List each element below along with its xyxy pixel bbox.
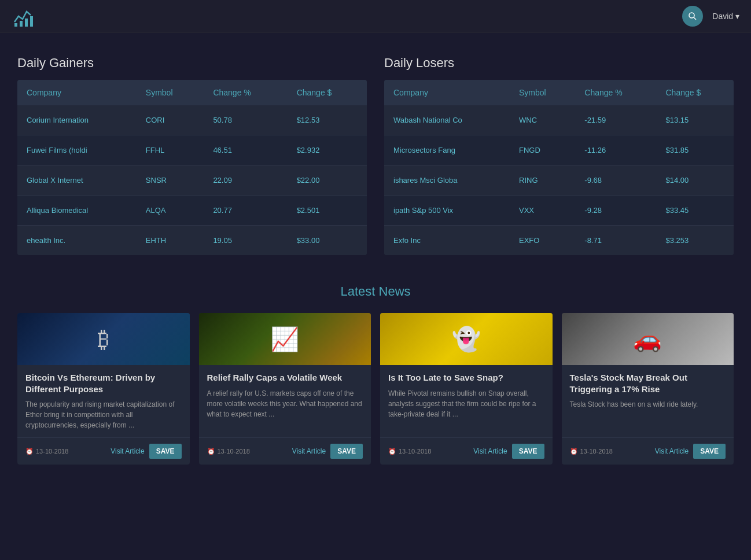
news-footer: ⏰ 13-10-2018 Visit Article SAVE [199, 437, 371, 465]
svg-rect-3 [25, 19, 28, 27]
cell-symbol: FNGD [510, 135, 575, 165]
news-image: 👻 [380, 313, 553, 365]
gainers-header-row: Company Symbol Change % Change $ [17, 80, 367, 105]
main-content: Daily Gainers Company Symbol Change % Ch… [0, 32, 751, 482]
cell-symbol: EXFO [510, 226, 575, 256]
cell-symbol: EHTH [137, 226, 204, 256]
news-body: Bitcoin Vs Ethereum: Driven by Different… [17, 365, 190, 437]
news-date: ⏰ 13-10-2018 [570, 448, 650, 455]
cell-company: Fuwei Films (holdi [17, 135, 137, 165]
table-row: Fuwei Films (holdi FFHL 46.51 $2.932 [17, 135, 367, 165]
losers-col-company: Company [384, 80, 510, 105]
visit-article-link[interactable]: Visit Article [292, 447, 326, 455]
visit-article-link[interactable]: Visit Article [111, 447, 144, 455]
svg-rect-4 [30, 16, 33, 27]
daily-losers-section: Daily Losers Company Symbol Change % Cha… [384, 56, 734, 255]
daily-losers-title: Daily Losers [384, 56, 734, 71]
header-right: David ▾ [682, 6, 739, 27]
cell-symbol: SNSR [137, 165, 204, 196]
news-snippet: A relief rally for U.S. markets caps off… [207, 388, 363, 431]
news-headline: Tesla's Stock May Break Out Triggering a… [570, 372, 726, 395]
gainers-col-symbol: Symbol [137, 80, 204, 105]
cell-symbol: ALQA [137, 196, 204, 226]
table-row: ishares Msci Globa RING -9.68 $14.00 [384, 165, 734, 196]
losers-col-changepct: Change % [575, 80, 656, 105]
cell-changedollar: $12.53 [288, 105, 367, 135]
cell-company: Corium Internation [17, 105, 137, 135]
save-button[interactable]: SAVE [512, 444, 544, 459]
news-snippet: The popularity and rising market capital… [25, 399, 182, 430]
cell-changepct: 22.09 [204, 165, 287, 196]
news-grid: ₿ Bitcoin Vs Ethereum: Driven by Differe… [17, 313, 734, 465]
news-footer: ⏰ 13-10-2018 Visit Article SAVE [562, 437, 734, 465]
table-row: Microsectors Fang FNGD -11.26 $31.85 [384, 135, 734, 165]
table-row: Corium Internation CORI 50.78 $12.53 [17, 105, 367, 135]
daily-losers-table: Company Symbol Change % Change $ Wabash … [384, 80, 734, 255]
svg-line-6 [694, 17, 696, 20]
search-button[interactable] [682, 6, 703, 27]
daily-gainers-title: Daily Gainers [17, 56, 367, 71]
cell-company: Exfo Inc [384, 226, 510, 256]
svg-rect-1 [14, 23, 17, 27]
save-button[interactable]: SAVE [149, 444, 182, 459]
svg-point-5 [689, 13, 694, 18]
cell-changepct: 46.51 [204, 135, 287, 165]
cell-symbol: CORI [137, 105, 204, 135]
news-headline: Bitcoin Vs Ethereum: Driven by Different… [25, 372, 182, 395]
cell-changepct: -11.26 [575, 135, 656, 165]
clock-icon: ⏰ [25, 448, 34, 455]
news-footer: ⏰ 13-10-2018 Visit Article SAVE [380, 437, 553, 465]
cell-company: ipath S&p 500 Vix [384, 196, 510, 226]
svg-rect-2 [20, 21, 23, 27]
clock-icon: ⏰ [388, 448, 396, 455]
news-card: 👻 Is It Too Late to Save Snap? While Piv… [380, 313, 553, 465]
save-button[interactable]: SAVE [693, 444, 726, 459]
cell-changedollar: $31.85 [657, 135, 734, 165]
cell-changepct: 19.05 [204, 226, 287, 256]
cell-symbol: WNC [510, 105, 575, 135]
cell-changepct: -21.59 [575, 105, 656, 135]
news-section: Latest News ₿ Bitcoin Vs Ethereum: Drive… [17, 284, 734, 465]
cell-company: ishares Msci Globa [384, 165, 510, 196]
news-body: Relief Rally Caps a Volatile Week A reli… [199, 365, 371, 437]
table-row: Exfo Inc EXFO -8.71 $3.253 [384, 226, 734, 256]
cell-changepct: -8.71 [575, 226, 656, 256]
cell-company: Global X Internet [17, 165, 137, 196]
news-image: 📈 [199, 313, 371, 365]
cell-changedollar: $14.00 [657, 165, 734, 196]
cell-changedollar: $2.501 [288, 196, 367, 226]
visit-article-link[interactable]: Visit Article [655, 447, 689, 455]
news-title: Latest News [17, 284, 734, 299]
cell-company: Microsectors Fang [384, 135, 510, 165]
cell-company: ehealth Inc. [17, 226, 137, 256]
cell-changedollar: $2.932 [288, 135, 367, 165]
losers-header-row: Company Symbol Change % Change $ [384, 80, 734, 105]
news-headline: Relief Rally Caps a Volatile Week [207, 372, 363, 384]
table-row: Alliqua Biomedical ALQA 20.77 $2.501 [17, 196, 367, 226]
news-body: Is It Too Late to Save Snap? While Pivot… [380, 365, 553, 437]
cell-changedollar: $33.00 [288, 226, 367, 256]
cell-symbol: FFHL [137, 135, 204, 165]
news-date: ⏰ 13-10-2018 [25, 448, 106, 455]
news-card: ₿ Bitcoin Vs Ethereum: Driven by Differe… [17, 313, 190, 465]
news-card: 🚗 Tesla's Stock May Break Out Triggering… [562, 313, 734, 465]
logo-icon [12, 5, 35, 28]
table-row: Global X Internet SNSR 22.09 $22.00 [17, 165, 367, 196]
table-row: ipath S&p 500 Vix VXX -9.28 $33.45 [384, 196, 734, 226]
tables-row: Daily Gainers Company Symbol Change % Ch… [17, 56, 734, 255]
news-date: ⏰ 13-10-2018 [207, 448, 288, 455]
cell-changedollar: $3.253 [657, 226, 734, 256]
cell-changepct: 20.77 [204, 196, 287, 226]
news-card: 📈 Relief Rally Caps a Volatile Week A re… [199, 313, 371, 465]
gainers-col-changedollar: Change $ [288, 80, 367, 105]
save-button[interactable]: SAVE [330, 444, 363, 459]
news-image: ₿ [17, 313, 190, 365]
gainers-col-changepct: Change % [204, 80, 287, 105]
cell-company: Wabash National Co [384, 105, 510, 135]
visit-article-link[interactable]: Visit Article [473, 447, 507, 455]
cell-changepct: 50.78 [204, 105, 287, 135]
user-menu[interactable]: David ▾ [712, 12, 739, 21]
news-body: Tesla's Stock May Break Out Triggering a… [562, 365, 734, 437]
clock-icon: ⏰ [207, 448, 215, 455]
cell-changedollar: $33.45 [657, 196, 734, 226]
